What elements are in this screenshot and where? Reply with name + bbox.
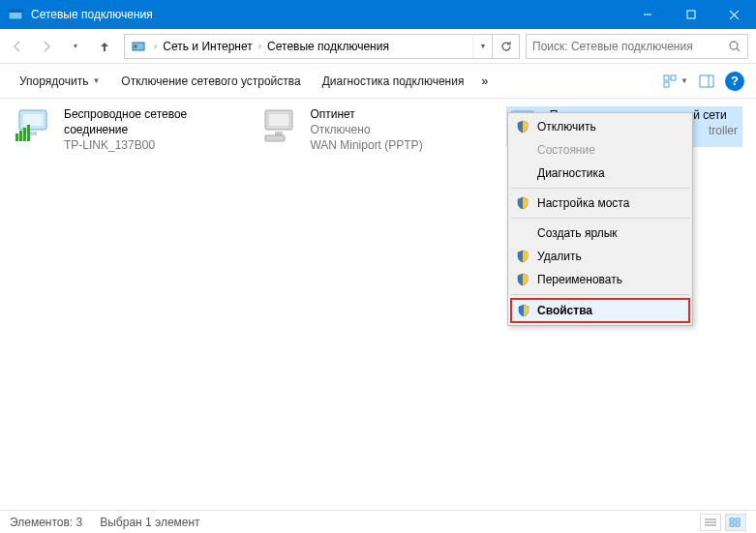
svg-rect-11 <box>671 75 676 80</box>
breadcrumb-level1[interactable]: Сеть и Интернет <box>159 40 256 53</box>
diagnose-button[interactable]: Диагностика подключения <box>315 71 472 92</box>
svg-rect-18 <box>15 133 18 141</box>
svg-rect-31 <box>730 518 734 521</box>
titlebar: Сетевые подключения <box>0 0 756 29</box>
svg-rect-25 <box>265 135 285 141</box>
svg-rect-12 <box>664 82 669 87</box>
view-icons-button[interactable] <box>725 514 746 531</box>
svg-rect-20 <box>23 128 26 141</box>
window-title: Сетевые подключения <box>31 8 625 21</box>
svg-point-7 <box>134 44 137 48</box>
view-details-button[interactable] <box>700 514 721 531</box>
menu-separator <box>511 188 689 189</box>
toolbar-overflow[interactable]: » <box>477 71 492 92</box>
toolbar: Упорядочить ▼ Отключение сетевого устрой… <box>0 64 756 99</box>
help-button[interactable]: ? <box>725 72 744 91</box>
app-icon <box>8 7 23 22</box>
refresh-button[interactable] <box>492 35 519 58</box>
connection-name: Оптинет <box>310 106 422 122</box>
status-count: Элементов: 3 <box>10 516 82 529</box>
search-input[interactable] <box>527 40 722 53</box>
svg-rect-23 <box>269 114 288 126</box>
organize-button[interactable]: Упорядочить ▼ <box>12 71 107 92</box>
svg-rect-17 <box>29 132 37 135</box>
shield-icon <box>516 196 529 210</box>
menu-bridge[interactable]: Настройка моста <box>510 192 690 215</box>
breadcrumb-level2[interactable]: Сетевые подключения <box>263 40 393 53</box>
view-options-button[interactable]: ▼ <box>663 69 688 94</box>
menu-state: Состояние <box>510 138 690 162</box>
menu-diagnose[interactable]: Диагностика <box>510 162 690 185</box>
svg-rect-34 <box>736 523 740 526</box>
shield-icon <box>516 120 529 133</box>
svg-rect-32 <box>736 518 740 521</box>
menu-shortcut[interactable]: Создать ярлык <box>510 222 690 245</box>
menu-separator <box>511 218 689 219</box>
connection-item-optinet[interactable]: Оптинет Отключено WAN Miniport (PPTP) <box>259 106 486 153</box>
svg-rect-19 <box>19 131 22 141</box>
menu-disable[interactable]: Отключить <box>510 115 690 138</box>
content-area: Беспроводное сетевое соединение TP-LINK_… <box>0 99 756 510</box>
svg-rect-21 <box>27 125 30 141</box>
network-icon <box>14 106 56 145</box>
connection-detail: WAN Miniport (PPTP) <box>310 137 422 153</box>
connection-name: Беспроводное сетевое соединение <box>64 106 240 137</box>
back-button[interactable] <box>4 33 31 60</box>
svg-rect-24 <box>275 132 283 135</box>
context-menu: Отключить Состояние Диагностика Настройк… <box>507 112 693 326</box>
menu-delete[interactable]: Удалить <box>510 245 690 268</box>
breadcrumb-separator: › <box>257 41 263 51</box>
close-button[interactable] <box>712 0 756 29</box>
menu-rename[interactable]: Переименовать <box>510 268 690 291</box>
menu-separator <box>511 294 689 295</box>
statusbar: Элементов: 3 Выбран 1 элемент <box>0 510 756 533</box>
connection-status: TP-LINK_137B00 <box>64 137 240 153</box>
search-box[interactable] <box>526 34 748 59</box>
address-bar[interactable]: › Сеть и Интернет › Сетевые подключения … <box>124 34 520 59</box>
svg-rect-16 <box>23 114 43 126</box>
svg-rect-1 <box>9 10 22 13</box>
navbar: ▾ › Сеть и Интернет › Сетевые подключени… <box>0 29 756 64</box>
shield-icon <box>516 250 529 263</box>
search-icon[interactable] <box>722 35 747 58</box>
up-button[interactable] <box>91 33 118 60</box>
svg-rect-13 <box>700 75 713 87</box>
maximize-button[interactable] <box>669 0 712 29</box>
breadcrumb-separator: › <box>152 41 159 51</box>
minimize-button[interactable] <box>625 0 669 29</box>
status-selection: Выбран 1 элемент <box>100 516 199 529</box>
svg-point-8 <box>730 42 738 49</box>
connection-item-wireless[interactable]: Беспроводное сетевое соединение TP-LINK_… <box>14 106 240 153</box>
svg-rect-33 <box>730 523 734 526</box>
location-icon <box>131 39 146 54</box>
connection-status: Отключено <box>310 122 422 137</box>
address-dropdown[interactable]: ▾ <box>472 35 492 58</box>
shield-icon <box>517 304 530 317</box>
recent-dropdown[interactable]: ▾ <box>62 33 89 60</box>
menu-properties[interactable]: Свойства <box>510 298 690 323</box>
shield-icon <box>516 273 529 286</box>
svg-rect-10 <box>664 75 669 80</box>
svg-line-9 <box>737 48 740 51</box>
svg-rect-3 <box>687 11 695 18</box>
forward-button[interactable] <box>33 33 60 60</box>
preview-pane-button[interactable] <box>694 69 719 94</box>
disable-device-button[interactable]: Отключение сетевого устройства <box>113 71 308 92</box>
network-icon <box>259 106 302 145</box>
